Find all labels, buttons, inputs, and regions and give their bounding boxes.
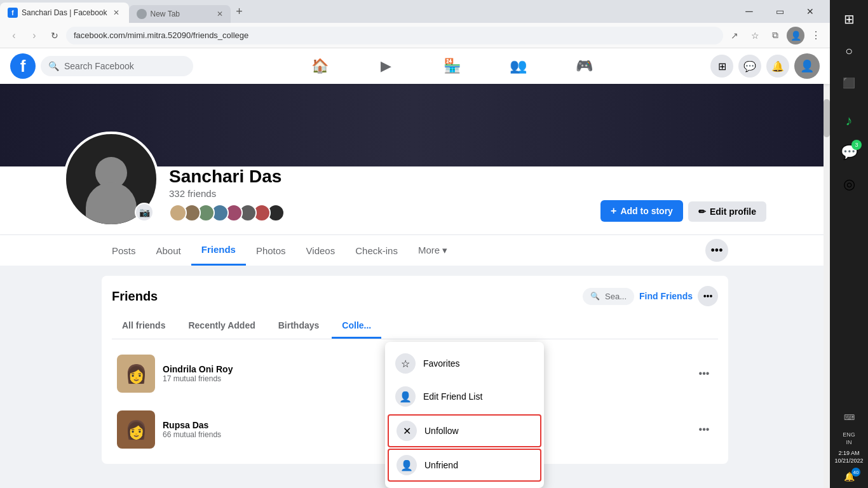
spotify-icon[interactable]: ♪ bbox=[834, 105, 864, 136]
nav-friends[interactable]: Friends bbox=[191, 235, 246, 266]
edit-friend-list-icon: 👤 bbox=[395, 386, 416, 407]
reload-button[interactable]: ↻ bbox=[46, 27, 64, 44]
pencil-icon: ✏ bbox=[698, 207, 706, 217]
nav-videos[interactable]: Videos bbox=[296, 236, 346, 265]
search-placeholder: Search Facebook bbox=[64, 61, 134, 71]
messenger-button[interactable]: 💬 bbox=[738, 55, 761, 78]
nav-posts[interactable]: Posts bbox=[102, 236, 146, 265]
back-button[interactable]: ‹ bbox=[5, 27, 23, 44]
unfriend-label: Unfriend bbox=[424, 460, 458, 470]
tab-college[interactable]: Colle... bbox=[332, 314, 381, 339]
friend-options-4[interactable]: ••• bbox=[695, 421, 713, 438]
notification-area[interactable]: 🔔 40 bbox=[837, 468, 860, 485]
facebook-tab-close[interactable]: ✕ bbox=[111, 8, 121, 18]
friend-card-3[interactable]: 👩 Rupsa Das 66 mutual friends ••• bbox=[112, 405, 411, 454]
profile-info: Sanchari Das 332 friends bbox=[169, 166, 590, 227]
search-icon: 🔍 bbox=[48, 61, 59, 71]
time-label: 2:19 AM bbox=[834, 449, 863, 458]
facebook-tab-favicon: f bbox=[8, 8, 18, 18]
friend-name-1: Oindrila Oni Roy bbox=[163, 364, 406, 374]
restore-button[interactable]: ▭ bbox=[765, 3, 794, 20]
friends-more-options[interactable]: ••• bbox=[698, 286, 718, 306]
dropdown-item-unfollow[interactable]: ✕ Unfollow bbox=[388, 414, 541, 447]
extensions-button[interactable]: ⧉ bbox=[766, 27, 784, 44]
browser-tab-newtab[interactable]: New Tab ✕ bbox=[129, 5, 231, 23]
nav-video[interactable]: ▶ bbox=[354, 51, 417, 81]
newtab-favicon bbox=[137, 9, 147, 19]
profile-pic-wrapper: 📷 bbox=[64, 132, 159, 227]
nav-more[interactable]: More ▾ bbox=[408, 236, 458, 265]
friend-options-2[interactable]: ••• bbox=[695, 365, 713, 383]
unfriend-icon: 👤 bbox=[397, 455, 417, 475]
new-tab-button[interactable]: + bbox=[231, 3, 248, 20]
friend-card-1[interactable]: 👩 Oindrila Oni Roy 17 mutual friends ••• bbox=[112, 349, 411, 398]
friends-section-title: Friends bbox=[112, 289, 158, 304]
camera-icon-button[interactable]: 📷 bbox=[135, 203, 154, 222]
scrollbar-track bbox=[824, 48, 830, 488]
friend-info-1: Oindrila Oni Roy 17 mutual friends bbox=[163, 364, 406, 383]
search-friends-placeholder: Sea... bbox=[605, 292, 627, 301]
friend-mutual-3: 66 mutual friends bbox=[163, 430, 406, 439]
dropdown-item-edit-friend-list[interactable]: 👤 Edit Friend List bbox=[385, 380, 544, 413]
unfollow-label: Unfollow bbox=[424, 426, 459, 436]
tab-recently-added[interactable]: Recently Added bbox=[178, 314, 265, 339]
nav-marketplace[interactable]: 🏪 bbox=[420, 51, 484, 81]
address-bar[interactable]: facebook.com/mimi.mitra.52090/friends_co… bbox=[66, 27, 723, 44]
nav-more-options[interactable]: ••• bbox=[705, 239, 728, 262]
menu-button[interactable]: ⋮ bbox=[807, 27, 825, 44]
tab-birthdays[interactable]: Birthdays bbox=[268, 314, 330, 339]
friend-name-3: Rupsa Das bbox=[163, 420, 406, 430]
dropdown-menu: ☆ Favorites 👤 Edit Friend List ✕ Unfollo… bbox=[385, 342, 544, 488]
nav-home[interactable]: 🏠 bbox=[288, 51, 351, 81]
windows-taskbar: ⊞ ○ ⬛ ♪ 💬 3 ◎ ⌨ ENGIN 2:19 AM 10/21/2022… bbox=[830, 0, 868, 488]
nav-gaming[interactable]: 🎮 bbox=[552, 51, 616, 81]
search-icon: 🔍 bbox=[590, 292, 600, 301]
plus-icon: + bbox=[611, 205, 616, 217]
close-button[interactable]: ✕ bbox=[796, 3, 825, 20]
keyboard-icon[interactable]: ⌨ bbox=[834, 406, 864, 429]
facebook-logo[interactable]: f bbox=[10, 53, 36, 79]
browser-tab-facebook[interactable]: f Sanchari Das | Facebook ✕ bbox=[0, 3, 129, 23]
profile-button[interactable]: 👤 bbox=[787, 27, 804, 44]
chrome-icon[interactable]: ◎ bbox=[834, 169, 864, 200]
search-friends-box[interactable]: 🔍 Sea... bbox=[583, 288, 634, 305]
nav-photos[interactable]: Photos bbox=[246, 236, 296, 265]
star-button[interactable]: ☆ bbox=[746, 27, 764, 44]
friend-photo-3: 👩 bbox=[117, 410, 155, 449]
friend-avatars bbox=[169, 204, 590, 222]
profile-actions: + Add to story ✏ Edit profile bbox=[600, 200, 766, 227]
edit-friend-list-label: Edit Friend List bbox=[423, 391, 482, 402]
windows-search-button[interactable]: ○ bbox=[834, 36, 864, 66]
add-to-story-button[interactable]: + Add to story bbox=[600, 200, 683, 222]
whatsapp-icon[interactable]: 💬 3 bbox=[834, 137, 864, 168]
address-url: facebook.com/mimi.mitra.52090/friends_co… bbox=[74, 30, 248, 40]
profile-nav: Posts About Friends Photos Videos Check-… bbox=[0, 234, 830, 266]
minimize-button[interactable]: ─ bbox=[735, 3, 764, 20]
forward-button[interactable]: › bbox=[25, 27, 43, 44]
clock-display: 2:19 AM 10/21/2022 bbox=[834, 449, 863, 465]
windows-start-button[interactable]: ⊞ bbox=[834, 4, 864, 34]
nav-checkins[interactable]: Check-ins bbox=[345, 236, 408, 265]
notification-badge: 40 bbox=[851, 468, 860, 477]
tab-all-friends[interactable]: All friends bbox=[112, 314, 175, 339]
bookmark-button[interactable]: ↗ bbox=[726, 27, 743, 44]
edit-profile-label: Edit profile bbox=[710, 207, 756, 217]
search-box[interactable]: 🔍 Search Facebook bbox=[41, 56, 193, 76]
facebook-topnav: f 🔍 Search Facebook 🏠 ▶ 🏪 👥 🎮 ⊞ 💬 🔔 👤 bbox=[0, 48, 830, 84]
scrollbar-thumb[interactable] bbox=[824, 99, 830, 137]
favorites-icon: ☆ bbox=[395, 353, 416, 374]
task-view-button[interactable]: ⬛ bbox=[834, 67, 864, 98]
find-friends-link[interactable]: Find Friends bbox=[639, 291, 693, 301]
profile-avatar[interactable]: 👤 bbox=[794, 53, 820, 79]
newtab-close[interactable]: ✕ bbox=[217, 10, 223, 18]
cover-area: 📷 Sanchari Das 332 friends bbox=[0, 84, 830, 234]
language-indicator[interactable]: ENGIN bbox=[843, 431, 855, 446]
notifications-button[interactable]: 🔔 bbox=[766, 55, 789, 78]
favorites-label: Favorites bbox=[423, 358, 460, 369]
nav-groups[interactable]: 👥 bbox=[486, 51, 550, 81]
nav-about[interactable]: About bbox=[146, 236, 191, 265]
grid-icon-button[interactable]: ⊞ bbox=[710, 55, 733, 78]
dropdown-item-favorites[interactable]: ☆ Favorites bbox=[385, 347, 544, 380]
edit-profile-button[interactable]: ✏ Edit profile bbox=[688, 201, 766, 222]
dropdown-item-unfriend[interactable]: 👤 Unfriend bbox=[388, 449, 541, 482]
